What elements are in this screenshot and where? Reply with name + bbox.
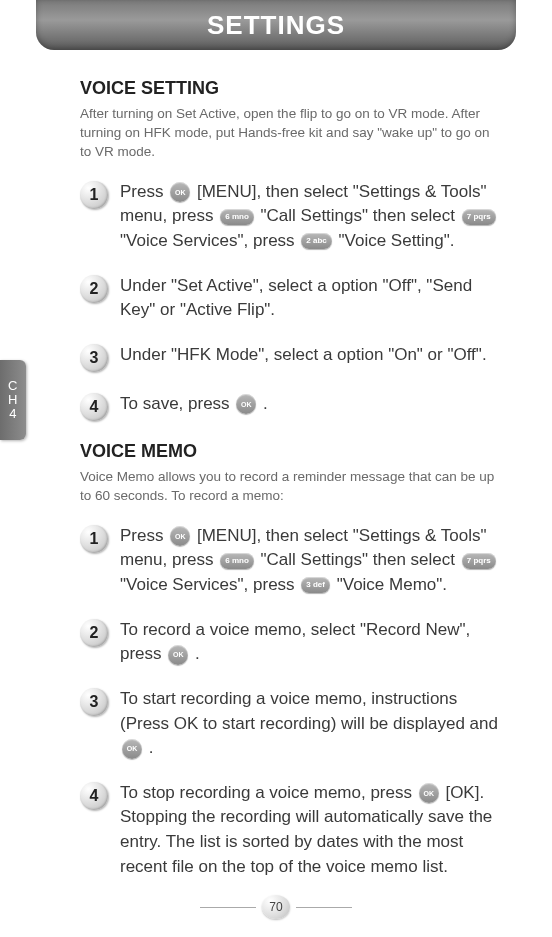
steps-list: 1Press OK [MENU], then select "Settings … — [80, 524, 502, 880]
ok-key-icon: OK — [419, 783, 439, 803]
numkey-k3-icon: 3 def — [301, 577, 330, 593]
section-voice-memo: VOICE MEMO Voice Memo allows you to reco… — [80, 441, 502, 879]
ok-key-icon: OK — [170, 182, 190, 202]
page-header: SETTINGS — [36, 0, 516, 50]
text-segment: Under "HFK Mode", select a option "On" o… — [120, 345, 487, 364]
text-segment: Press — [120, 526, 168, 545]
ok-key-icon: OK — [170, 526, 190, 546]
step-text: To start recording a voice memo, instruc… — [120, 687, 502, 761]
step-text: Press OK [MENU], then select "Settings &… — [120, 180, 502, 254]
chapter-tab-line: H — [8, 393, 18, 407]
step-number: 3 — [80, 344, 108, 372]
text-segment: To stop recording a voice memo, press — [120, 783, 417, 802]
step: 4To save, press OK . — [80, 392, 502, 421]
text-segment: "Call Settings" then select — [256, 206, 460, 225]
page-title: SETTINGS — [207, 10, 345, 41]
ornament-line — [296, 907, 352, 908]
chapter-tab-line: 4 — [9, 407, 17, 421]
section-voice-setting: VOICE SETTING After turning on Set Activ… — [80, 78, 502, 421]
section-description: After turning on Set Active, open the fl… — [80, 105, 502, 162]
section-title: VOICE SETTING — [80, 78, 502, 99]
text-segment: "Voice Memo". — [332, 575, 447, 594]
text-segment: "Voice Services", press — [120, 575, 299, 594]
numkey-k7-icon: 7 pqrs — [462, 553, 496, 569]
text-segment: "Voice Services", press — [120, 231, 299, 250]
step: 3To start recording a voice memo, instru… — [80, 687, 502, 761]
text-segment: To save, press — [120, 394, 234, 413]
step-number: 1 — [80, 181, 108, 209]
step-text: Under "HFK Mode", select a option "On" o… — [120, 343, 502, 368]
step-text: To save, press OK . — [120, 392, 502, 417]
text-segment: . — [258, 394, 267, 413]
numkey-k6-icon: 6 mno — [220, 553, 254, 569]
step: 1Press OK [MENU], then select "Settings … — [80, 524, 502, 598]
ornament-line — [200, 907, 256, 908]
step-text: To record a voice memo, select "Record N… — [120, 618, 502, 667]
step: 2To record a voice memo, select "Record … — [80, 618, 502, 667]
step-number: 1 — [80, 525, 108, 553]
step-number: 3 — [80, 688, 108, 716]
text-segment: Under "Set Active", select a option "Off… — [120, 276, 472, 320]
content-area: VOICE SETTING After turning on Set Activ… — [30, 50, 522, 879]
step-number: 2 — [80, 275, 108, 303]
step: 2Under "Set Active", select a option "Of… — [80, 274, 502, 323]
text-segment: . — [144, 738, 153, 757]
page-number: 70 — [262, 895, 290, 919]
chapter-tab: C H 4 — [0, 360, 26, 440]
text-segment: "Call Settings" then select — [256, 550, 460, 569]
step-text: Under "Set Active", select a option "Off… — [120, 274, 502, 323]
step: 1Press OK [MENU], then select "Settings … — [80, 180, 502, 254]
page: SETTINGS C H 4 VOICE SETTING After turni… — [0, 0, 552, 937]
page-number-ornament: 70 — [200, 895, 352, 919]
step-number: 4 — [80, 782, 108, 810]
ok-key-icon: OK — [122, 739, 142, 759]
text-segment: To start recording a voice memo, instruc… — [120, 689, 498, 733]
text-segment: "Voice Setting". — [334, 231, 455, 250]
step: 3Under "HFK Mode", select a option "On" … — [80, 343, 502, 372]
step-number: 2 — [80, 619, 108, 647]
section-title: VOICE MEMO — [80, 441, 502, 462]
numkey-k2-icon: 2 abc — [301, 233, 331, 249]
step-text: Press OK [MENU], then select "Settings &… — [120, 524, 502, 598]
step-text: To stop recording a voice memo, press OK… — [120, 781, 502, 880]
numkey-k6-icon: 6 mno — [220, 209, 254, 225]
step-number: 4 — [80, 393, 108, 421]
section-description: Voice Memo allows you to record a remind… — [80, 468, 502, 506]
step: 4To stop recording a voice memo, press O… — [80, 781, 502, 880]
text-segment: . — [190, 644, 199, 663]
chapter-tab-line: C — [8, 379, 18, 393]
steps-list: 1Press OK [MENU], then select "Settings … — [80, 180, 502, 421]
ok-key-icon: OK — [236, 394, 256, 414]
numkey-k7-icon: 7 pqrs — [462, 209, 496, 225]
ok-key-icon: OK — [168, 645, 188, 665]
text-segment: Press — [120, 182, 168, 201]
